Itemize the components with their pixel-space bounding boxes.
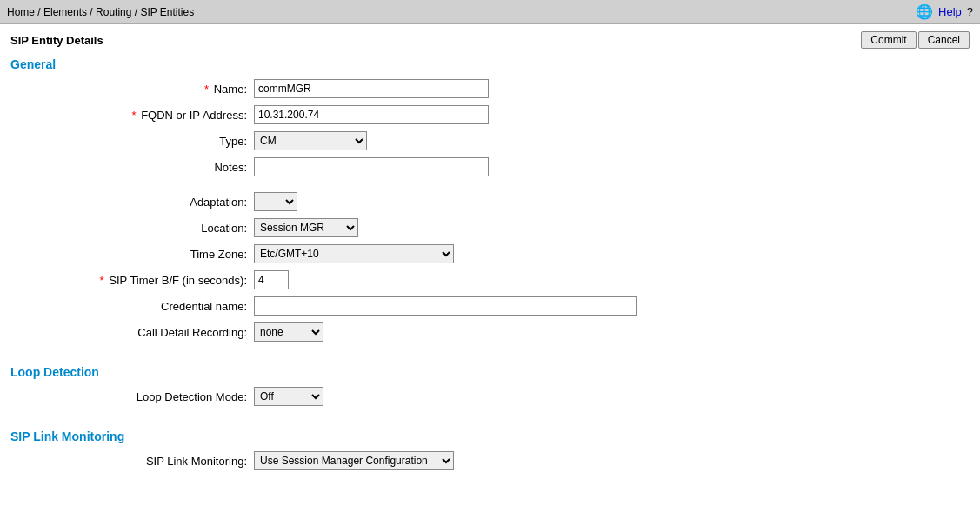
sip-timer-required-star: *: [100, 274, 104, 287]
sip-timer-label: * SIP Timer B/F (in seconds):: [10, 274, 254, 287]
type-row: Type: CM SIP Trunk SIP Proxy Other: [10, 130, 970, 151]
location-row: Location: Session MGR Other: [10, 217, 970, 238]
timezone-select[interactable]: Etc/GMT+10 UTC US/Eastern: [254, 244, 454, 263]
credential-input[interactable]: [254, 296, 637, 316]
page-header: SIP Entity Details Commit Cancel: [0, 24, 980, 52]
sip-timer-input[interactable]: [254, 270, 289, 289]
call-detail-select[interactable]: none all inbound outbound: [254, 322, 323, 342]
fqdn-row: * FQDN or IP Address:: [10, 104, 970, 125]
top-right-area: 🌐 Help ?: [916, 3, 973, 20]
sip-monitoring-label: SIP Link Monitoring:: [10, 455, 254, 468]
name-input[interactable]: [254, 79, 489, 98]
adaptation-row: Adaptation:: [10, 191, 970, 212]
notes-row: Notes:: [10, 156, 970, 177]
cancel-button[interactable]: Cancel: [918, 31, 970, 49]
credential-row: Credential name:: [10, 296, 970, 316]
commit-button[interactable]: Commit: [861, 31, 916, 49]
help-link[interactable]: Help: [938, 5, 962, 18]
name-required-star: *: [204, 83, 209, 96]
loop-detection-form: Loop Detection Mode: Off On: [0, 382, 980, 416]
fqdn-required-star: *: [131, 109, 136, 122]
loop-mode-label: Loop Detection Mode:: [10, 390, 254, 403]
sip-monitoring-row: SIP Link Monitoring: Use Session Manager…: [10, 450, 970, 471]
loop-mode-select[interactable]: Off On: [254, 387, 323, 406]
sip-link-monitoring-form: SIP Link Monitoring: Use Session Manager…: [0, 447, 980, 480]
location-select[interactable]: Session MGR Other: [254, 218, 358, 237]
call-detail-row: Call Detail Recording: none all inbound …: [10, 322, 970, 342]
notes-input[interactable]: [254, 157, 489, 176]
credential-label: Credential name:: [10, 300, 254, 313]
type-label: Type:: [10, 135, 254, 148]
general-section-title: General: [0, 52, 980, 75]
page-title: SIP Entity Details: [10, 34, 103, 47]
sip-monitoring-select[interactable]: Use Session Manager Configuration Link M…: [254, 451, 454, 470]
timezone-label: Time Zone:: [10, 248, 254, 261]
notes-label: Notes:: [10, 161, 254, 174]
question-mark: ?: [967, 5, 973, 18]
action-buttons: Commit Cancel: [861, 31, 970, 49]
adaptation-select[interactable]: [254, 192, 297, 211]
fqdn-input[interactable]: [254, 105, 489, 124]
sip-timer-row: * SIP Timer B/F (in seconds):: [10, 269, 970, 290]
loop-detection-section-title: Loop Detection: [0, 360, 980, 382]
loop-mode-row: Loop Detection Mode: Off On: [10, 386, 970, 407]
top-bar: Home / Elements / Routing / SIP Entities…: [0, 0, 980, 24]
breadcrumb: Home / Elements / Routing / SIP Entities: [7, 6, 194, 18]
fqdn-label: * FQDN or IP Address:: [10, 109, 254, 122]
general-form: * Name: * FQDN or IP Address: Type: CM S…: [0, 75, 980, 351]
type-select[interactable]: CM SIP Trunk SIP Proxy Other: [254, 131, 367, 150]
adaptation-label: Adaptation:: [10, 196, 254, 209]
sip-link-monitoring-section-title: SIP Link Monitoring: [0, 424, 980, 447]
call-detail-label: Call Detail Recording:: [10, 326, 254, 339]
timezone-row: Time Zone: Etc/GMT+10 UTC US/Eastern: [10, 243, 970, 264]
globe-icon: 🌐: [916, 3, 933, 20]
location-label: Location:: [10, 222, 254, 235]
name-label: * Name:: [10, 83, 254, 96]
name-row: * Name:: [10, 78, 970, 99]
